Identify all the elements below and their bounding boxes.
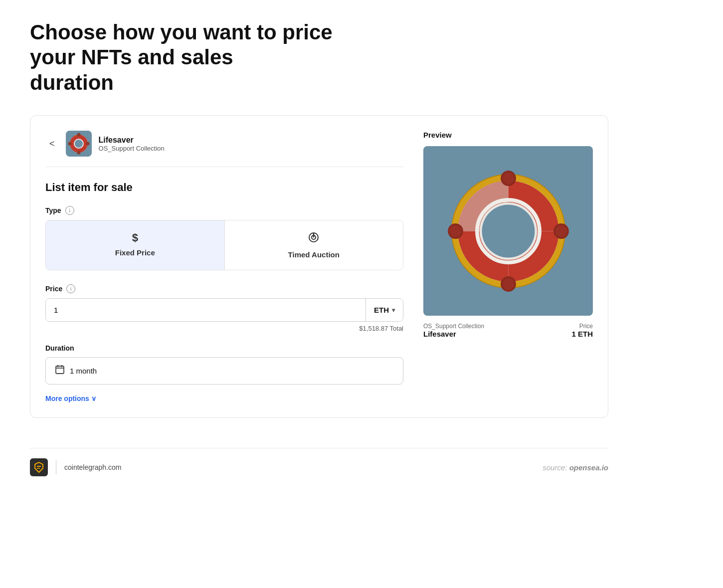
nft-thumbnail [66,131,92,157]
fixed-price-label: Fixed Price [115,248,155,257]
price-total: $1,518.87 Total [45,325,403,332]
footer-source: source: opensea.io [542,463,608,472]
preview-panel: Preview [423,131,593,402]
svg-point-26 [449,225,461,237]
svg-point-5 [77,151,80,155]
duration-field-label: Duration [45,344,403,352]
price-info-icon[interactable]: i [66,284,75,293]
currency-selector[interactable]: ETH ▾ [365,299,403,321]
nft-name: Lifesaver [99,136,165,145]
footer-logo [30,458,48,476]
type-info-icon[interactable]: i [65,206,74,215]
preview-label: Preview [423,131,593,139]
nft-header: < Lifesaver OS_ [45,131,403,167]
nft-collection: OS_Support Collection [99,145,165,152]
preview-image [423,146,593,316]
fixed-price-icon: $ [132,231,138,244]
price-input[interactable] [46,299,365,321]
svg-point-23 [502,173,514,184]
svg-point-17 [482,204,535,257]
preview-collection: OS_Support Collection [423,323,484,330]
price-field-label: Price i [45,284,403,293]
more-options-toggle[interactable]: More options ∨ [45,394,403,402]
footer-brand: opensea.io [569,463,608,472]
main-card: < Lifesaver OS_ [30,115,608,418]
type-fixed-price[interactable]: $ Fixed Price [46,220,225,270]
page-title: Choose how you want to price your NFTs a… [30,20,379,95]
preview-nft-details: OS_Support Collection Lifesaver [423,323,484,338]
more-options-label: More options [45,394,89,402]
timed-auction-label: Timed Auction [288,250,340,259]
svg-point-3 [77,133,80,137]
left-panel: < Lifesaver OS_ [45,131,403,402]
preview-price-value: 1 ETH [571,330,593,338]
svg-point-2 [75,140,83,148]
currency-chevron-icon: ▾ [392,307,395,314]
more-options-chevron-icon: ∨ [91,394,96,402]
currency-label: ETH [374,306,389,314]
preview-price-details: Price 1 ETH [571,323,593,338]
preview-info: OS_Support Collection Lifesaver Price 1 … [423,323,593,338]
calendar-icon [55,365,65,377]
preview-name: Lifesaver [423,330,484,338]
footer-divider [56,460,56,474]
footer: cointelegraph.com source: opensea.io [30,448,608,476]
section-title: List item for sale [45,181,403,194]
back-button[interactable]: < [45,137,59,151]
svg-point-4 [86,142,89,146]
type-timed-auction[interactable]: Timed Auction [225,220,403,270]
footer-site: cointelegraph.com [64,463,121,471]
nft-info: Lifesaver OS_Support Collection [99,136,165,152]
duration-selector[interactable]: 1 month [45,357,403,385]
duration-value: 1 month [70,367,97,375]
type-field-label: Type i [45,206,403,215]
svg-point-24 [555,225,566,237]
footer-left: cointelegraph.com [30,458,121,476]
svg-point-25 [502,278,514,290]
type-selector: $ Fixed Price Timed Auction [45,220,403,270]
timed-auction-icon [308,231,320,246]
price-field-group: ETH ▾ [45,298,403,322]
svg-rect-10 [56,366,64,374]
svg-point-6 [68,142,71,146]
preview-price-label: Price [571,323,593,330]
